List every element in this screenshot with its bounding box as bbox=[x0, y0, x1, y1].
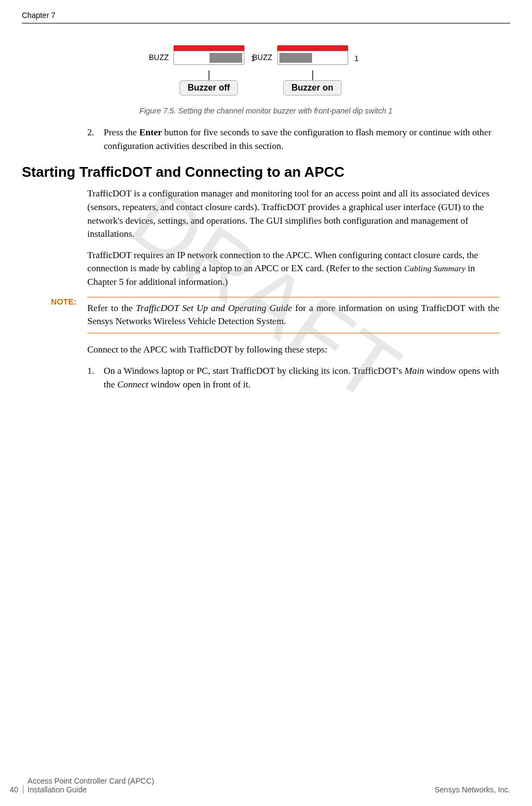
paragraph-3: Connect to the APCC with TrafficDOT by f… bbox=[87, 343, 499, 357]
step-1b: 1. On a Windows laptop or PC, start Traf… bbox=[87, 365, 499, 391]
step-text-1b: On a Windows laptop or PC, start Traffic… bbox=[104, 365, 499, 391]
note-a: Refer to the bbox=[87, 303, 136, 313]
switch-right-off bbox=[210, 53, 242, 63]
callout-off: Buzzer off bbox=[174, 70, 244, 95]
callout-box-on: Buzzer on bbox=[283, 80, 341, 95]
note-text: Refer to the TrafficDOT Set Up and Opera… bbox=[87, 302, 499, 328]
section-body-2: Connect to the APCC with TrafficDOT by f… bbox=[87, 343, 499, 391]
step-text: Press the Enter button for five seconds … bbox=[104, 126, 499, 153]
page-number: 40 bbox=[0, 785, 23, 794]
paragraph-1: TrafficDOT is a configuration manager an… bbox=[87, 187, 499, 241]
dip-switch-on bbox=[277, 51, 348, 65]
footer-company: Sensys Networks, Inc. bbox=[435, 785, 511, 794]
buzz-label-off: BUZZ bbox=[149, 53, 169, 62]
note-rule-bottom bbox=[87, 333, 499, 333]
switch-box-on: Buzzer on bbox=[277, 45, 348, 95]
figure-caption: Figure 7.5. Setting the channel monitor … bbox=[22, 106, 510, 115]
s1b-i1: Main bbox=[404, 366, 424, 376]
callout-pointer bbox=[312, 70, 313, 80]
callout-on: Buzzer on bbox=[277, 70, 348, 95]
note-rule-top bbox=[87, 297, 499, 297]
page-header: Chapter 7 bbox=[22, 11, 510, 23]
page-container: Chapter 7 BUZZ Buzzer off 1 bbox=[0, 0, 532, 806]
chapter-label: Chapter 7 bbox=[22, 11, 55, 20]
step-number: 2. bbox=[87, 126, 100, 153]
note-label: NOTE: bbox=[22, 297, 87, 306]
switch-box-off: Buzzer off bbox=[174, 45, 244, 95]
section-body: TrafficDOT is a configuration manager an… bbox=[87, 187, 499, 289]
footer-title-line1: Access Point Controller Card (APCC) bbox=[28, 777, 154, 785]
step-2: 2. Press the Enter button for five secon… bbox=[87, 126, 499, 153]
body-content: 2. Press the Enter button for five secon… bbox=[87, 126, 499, 153]
s1b-c: window open in front of it. bbox=[148, 379, 250, 390]
step-suffix: button for five seconds to save the conf… bbox=[104, 127, 492, 151]
enter-bold: Enter bbox=[139, 127, 162, 138]
note-block: NOTE: Refer to the TrafficDOT Set Up and… bbox=[22, 297, 510, 334]
note-content: Refer to the TrafficDOT Set Up and Opera… bbox=[87, 297, 499, 334]
callout-box-off: Buzzer off bbox=[180, 80, 238, 95]
p2-ref: Cabling Summary bbox=[404, 264, 465, 273]
figure-7-5: BUZZ Buzzer off 1 BUZZ bbox=[81, 40, 452, 101]
s1b-a: On a Windows laptop or PC, start Traffic… bbox=[104, 366, 404, 376]
red-strip bbox=[277, 45, 348, 51]
buzz-label-on: BUZZ bbox=[253, 53, 273, 62]
switch-number-on: 1 bbox=[355, 54, 359, 63]
switch-right-on bbox=[313, 53, 346, 63]
switch-left-off bbox=[176, 53, 208, 63]
callout-pointer bbox=[208, 70, 210, 80]
page-footer: 40 Access Point Controller Card (APCC) I… bbox=[0, 777, 532, 794]
step-number-1b: 1. bbox=[87, 365, 100, 391]
switch-left-on bbox=[279, 53, 312, 63]
note-ref: TrafficDOT Set Up and Operating Guide bbox=[136, 303, 292, 313]
step-prefix: Press the bbox=[104, 127, 139, 138]
dip-switch-off bbox=[174, 51, 244, 65]
footer-inner: 40 Access Point Controller Card (APCC) I… bbox=[0, 777, 532, 794]
footer-title: Access Point Controller Card (APCC) Inst… bbox=[23, 777, 154, 794]
section-heading: Starting TrafficDOT and Connecting to an… bbox=[22, 164, 510, 181]
switch-off-unit: BUZZ Buzzer off 1 bbox=[174, 45, 255, 95]
red-strip bbox=[174, 45, 244, 51]
switch-on-unit: BUZZ Buzzer on 1 bbox=[277, 45, 359, 95]
footer-left: 40 Access Point Controller Card (APCC) I… bbox=[0, 777, 154, 794]
note-row: NOTE: Refer to the TrafficDOT Set Up and… bbox=[22, 297, 510, 334]
footer-title-line2: Installation Guide bbox=[28, 785, 154, 794]
s1b-i2: Connect bbox=[117, 379, 148, 390]
paragraph-2: TrafficDOT requires an IP network connec… bbox=[87, 249, 499, 289]
figure-body: BUZZ Buzzer off 1 BUZZ bbox=[81, 40, 452, 101]
